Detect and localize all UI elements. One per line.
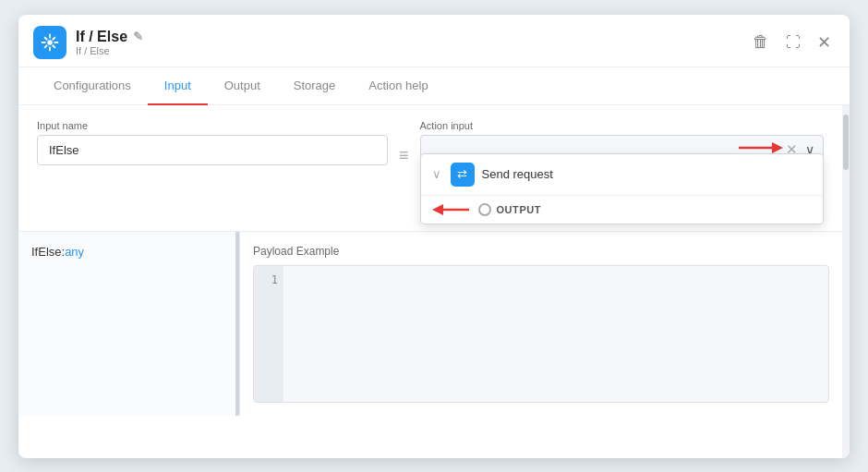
expand-button[interactable]: ⛶ — [782, 30, 804, 54]
app-icon — [33, 26, 66, 59]
action-input-dropdown: ∨ ⇄ Send request — [420, 153, 824, 224]
tabs-bar: Configurations Input Output Storage Acti… — [18, 67, 850, 105]
arrow-left-indicator — [432, 201, 469, 218]
line-numbers: 1 — [254, 266, 283, 402]
modal-body: Input name ≡ Action input — [18, 105, 850, 458]
modal-header: If / Else ✎ If / Else 🗑 ⛶ ✕ — [18, 15, 850, 67]
main-content: Input name ≡ Action input — [18, 105, 842, 458]
code-content[interactable] — [283, 266, 828, 402]
input-row: Input name ≡ Action input — [37, 120, 824, 165]
left-panel: IfElse:any — [18, 232, 240, 416]
title-main: If / Else ✎ — [76, 29, 143, 45]
if-else-type-label: IfElse:any — [31, 245, 226, 259]
svg-marker-4 — [432, 204, 443, 215]
output-section-left — [432, 201, 473, 218]
right-panel: Payload Example 1 — [240, 232, 842, 416]
header-actions: 🗑 ⛶ ✕ — [749, 29, 835, 56]
scrollbar-track — [842, 105, 850, 458]
line-number-1: 1 — [259, 273, 278, 286]
action-input-label: Action input — [420, 120, 824, 131]
input-name-label: Input name — [37, 120, 388, 131]
title-text: If / Else — [76, 29, 127, 45]
resize-handle[interactable] — [235, 232, 239, 416]
edit-icon[interactable]: ✎ — [133, 30, 143, 43]
dropdown-chevron-icon: ∨ — [432, 167, 441, 181]
tab-action-help[interactable]: Action help — [352, 67, 444, 105]
input-name-field[interactable] — [37, 135, 388, 165]
modal-container: If / Else ✎ If / Else 🗑 ⛶ ✕ Configuratio… — [18, 15, 850, 458]
equals-icon: ≡ — [399, 146, 409, 165]
send-request-icon: ⇄ — [451, 163, 475, 187]
bottom-section: IfElse:any Payload Example 1 — [18, 231, 842, 416]
flow-icon — [40, 32, 60, 53]
scrollbar-thumb[interactable] — [843, 115, 849, 170]
close-icon: ✕ — [817, 32, 831, 53]
if-else-text: IfElse: — [31, 245, 65, 259]
tab-configurations[interactable]: Configurations — [37, 67, 148, 105]
title-subtitle: If / Else — [76, 45, 143, 56]
tab-output[interactable]: Output — [208, 67, 277, 105]
if-else-any: any — [65, 245, 84, 259]
dropdown-item-label: Send request — [482, 167, 553, 181]
tab-input[interactable]: Input — [148, 67, 208, 105]
output-circle-icon — [478, 203, 491, 216]
dropdown-output-section: OUTPUT — [421, 195, 823, 224]
trash-icon: 🗑 — [753, 32, 769, 52]
input-name-group: Input name — [37, 120, 388, 165]
svg-point-0 — [47, 40, 53, 45]
action-input-group: Action input ∨ ✕ — [420, 120, 824, 165]
tab-storage[interactable]: Storage — [277, 67, 353, 105]
trash-button[interactable]: 🗑 — [749, 29, 773, 55]
title-block: If / Else ✎ If / Else — [76, 29, 143, 56]
code-area: 1 — [253, 265, 829, 403]
dropdown-section-label: OUTPUT — [497, 204, 542, 215]
payload-label: Payload Example — [253, 245, 829, 258]
close-button[interactable]: ✕ — [814, 29, 835, 56]
expand-icon: ⛶ — [786, 34, 801, 51]
dropdown-item-send-request[interactable]: ∨ ⇄ Send request — [421, 154, 823, 195]
header-left: If / Else ✎ If / Else — [33, 26, 143, 59]
